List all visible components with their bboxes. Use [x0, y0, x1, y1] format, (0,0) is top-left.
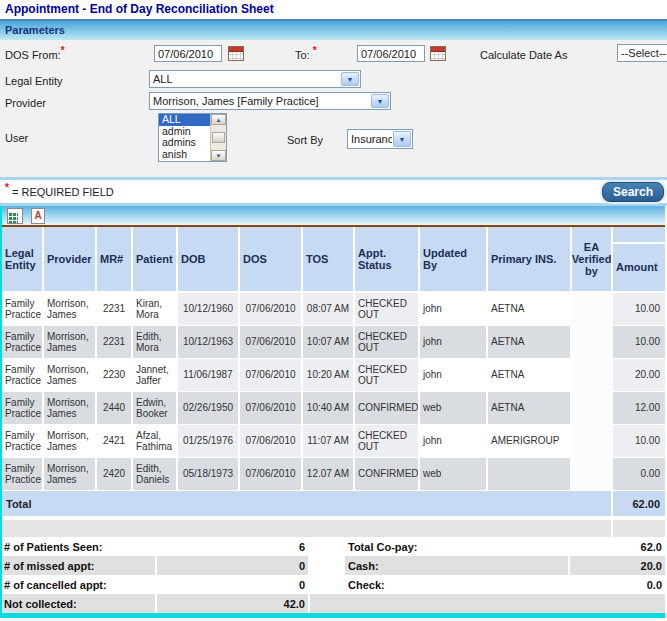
cell: john: [420, 326, 488, 359]
column-header-provider: Provider: [44, 227, 97, 293]
parameters-form: DOS From:* To: * Calculate Date As --Sel…: [0, 40, 667, 177]
column-header-dob: DOB: [178, 227, 240, 293]
export-excel-icon[interactable]: [7, 208, 23, 224]
dos-from-input[interactable]: [154, 45, 222, 62]
summary-value: 0: [157, 575, 310, 594]
cell: Morrison, James: [44, 359, 97, 392]
cell: 2231: [97, 293, 133, 326]
required-asterisk: *: [5, 182, 9, 193]
calculate-date-as-label: Calculate Date As: [480, 49, 567, 61]
app-window: Appointment - End of Day Reconciliation …: [0, 0, 667, 621]
dos-to-calendar-icon[interactable]: [430, 46, 446, 61]
cell: CHECKED OUT: [355, 293, 420, 326]
amount-header-label: Amount: [613, 244, 665, 291]
cell: 12.00: [613, 392, 665, 425]
total-row: Total 62.00: [2, 491, 665, 517]
provider-select[interactable]: Morrison, James [Family Practice] ▼: [149, 92, 391, 110]
user-listbox[interactable]: ALLadminadminsanish ▲ ▼: [158, 113, 227, 162]
cell: 07/06/2010: [240, 458, 303, 491]
dos-to-input[interactable]: [357, 45, 425, 62]
summary-section: # of Patients Seen:6Total Co-pay:62.0# o…: [2, 537, 665, 613]
cell: CHECKED OUT: [355, 359, 420, 392]
cell: 10:20 AM: [303, 359, 355, 392]
dos-from-label: DOS From:*: [5, 49, 65, 61]
cell: 02/26/1950: [178, 392, 240, 425]
cell: john: [420, 425, 488, 458]
parameters-heading: Parameters: [5, 24, 65, 36]
export-pdf-icon[interactable]: A: [31, 208, 45, 224]
scroll-down-icon[interactable]: ▼: [211, 150, 226, 161]
user-option[interactable]: ALL: [159, 114, 210, 126]
column-header-legal-entity: Legal Entity: [2, 227, 44, 293]
required-note-row: * = REQUIRED FIELD Search: [0, 180, 667, 203]
column-header-appt-status: Appt. Status: [355, 227, 420, 293]
cell: [572, 293, 613, 326]
cell: Edwin, Booker: [133, 392, 178, 425]
cell: Afzal, Fathima: [133, 425, 178, 458]
cell: AETNA: [488, 293, 572, 326]
cell: 2440: [97, 392, 133, 425]
summary-value: 6: [157, 537, 310, 556]
cell: Family Practice: [2, 326, 44, 359]
sort-by-select[interactable]: Insurance ▼: [347, 129, 413, 149]
calculate-date-as-select[interactable]: --Select-- ▼: [617, 44, 667, 62]
legal-entity-label: Legal Entity: [5, 75, 62, 87]
table-row: Family PracticeMorrison, James2420Edith,…: [2, 458, 665, 491]
cell: 08:07 AM: [303, 293, 355, 326]
cell: 05/18/1973: [178, 458, 240, 491]
sort-by-label: Sort By: [287, 134, 323, 146]
scroll-up-icon[interactable]: ▲: [211, 114, 226, 125]
cell: 10/12/1960: [178, 293, 240, 326]
user-label: User: [5, 132, 28, 144]
column-header-dos: DOS: [240, 227, 303, 293]
table-row: Family PracticeMorrison, James2421Afzal,…: [2, 425, 665, 458]
user-option[interactable]: anish: [159, 149, 210, 161]
table-row: Family PracticeMorrison, James2230Jannet…: [2, 359, 665, 392]
cell: 0.00: [613, 458, 665, 491]
cell: [572, 392, 613, 425]
scrollbar-thumb[interactable]: [212, 132, 225, 143]
chevron-down-icon: ▼: [393, 131, 411, 147]
column-header-tos: TOS: [303, 227, 355, 293]
cell: 11/06/1987: [178, 359, 240, 392]
total-amount: 62.00: [613, 491, 665, 517]
column-header-patient: Patient: [133, 227, 178, 293]
cell: CONFIRMED: [355, 458, 420, 491]
cell: 07/06/2010: [240, 293, 303, 326]
dos-from-calendar-icon[interactable]: [228, 46, 244, 61]
summary-label: # of Patients Seen:: [2, 537, 157, 556]
results-section: A Legal EntityProviderMR#PatientDOBDOSTO…: [0, 206, 665, 618]
search-button[interactable]: Search: [602, 182, 664, 202]
spacer-band: [2, 520, 665, 537]
cell: AETNA: [488, 392, 572, 425]
provider-label: Provider: [5, 97, 46, 109]
cell: 11:07 AM: [303, 425, 355, 458]
user-listbox-scrollbar[interactable]: ▲ ▼: [210, 114, 226, 161]
chevron-down-icon: ▼: [341, 72, 359, 86]
summary-gap: [310, 575, 345, 594]
cell: 2230: [97, 359, 133, 392]
summary-row: Not collected:42.0: [2, 594, 665, 613]
summary-value: 20.0: [570, 556, 665, 575]
cell: [572, 359, 613, 392]
parameters-section-header: Parameters: [0, 21, 667, 40]
cell: 2420: [97, 458, 133, 491]
summary-label: # of missed appt:: [2, 556, 157, 575]
cell: Family Practice: [2, 359, 44, 392]
required-asterisk: *: [313, 45, 317, 56]
amount-subheader: [613, 227, 665, 244]
summary-row: # of missed appt:0Cash:20.0: [2, 556, 665, 575]
summary-value: 42.0: [157, 594, 310, 613]
cell: web: [420, 458, 488, 491]
legal-entity-select[interactable]: ALL ▼: [149, 70, 361, 88]
cell: 10.00: [613, 425, 665, 458]
column-header-amount: Amount: [613, 227, 665, 293]
user-option[interactable]: admins: [159, 137, 210, 149]
cell: 12.07 AM: [303, 458, 355, 491]
summary-label: Not collected:: [2, 594, 157, 613]
table-body: Family PracticeMorrison, James2231Kiran,…: [2, 293, 665, 491]
dos-to-label: To: *: [295, 49, 317, 61]
cell: 01/25/1976: [178, 425, 240, 458]
cell: 10:40 AM: [303, 392, 355, 425]
cell: Edith, Mora: [133, 326, 178, 359]
